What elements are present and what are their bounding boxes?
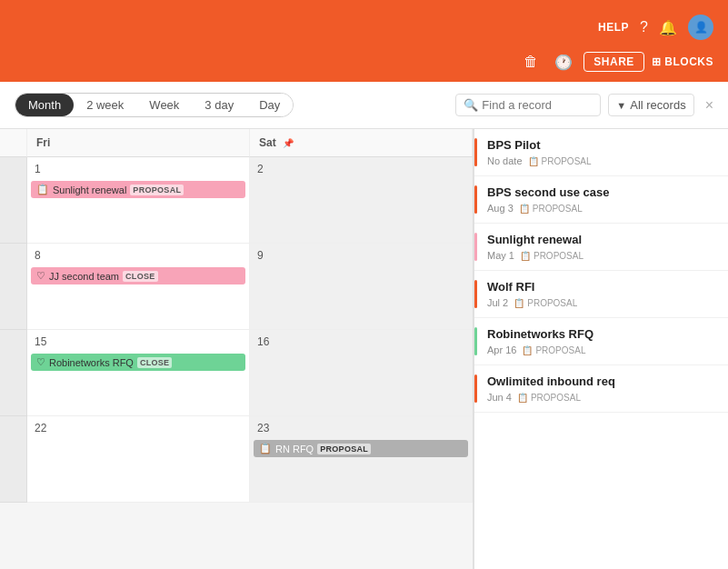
record-type-4: 📋 PROPOSAL [514, 298, 577, 308]
cal-cell-fri-1[interactable]: 1 📋 Sunlight renewal PROPOSAL [27, 157, 250, 244]
record-accent-4 [474, 280, 477, 308]
cal-cell-fri-8[interactable]: 8 ♡ JJ second team CLOSE [27, 244, 250, 330]
record-title-3: Sunlight renewal [487, 233, 715, 246]
week-col-header [0, 129, 27, 157]
event-sunlight-renewal[interactable]: 📋 Sunlight renewal PROPOSAL [31, 181, 245, 198]
cal-cell-sat-23[interactable]: 23 📋 RN RFQ PROPOSAL [250, 416, 473, 503]
week-label-1 [0, 157, 27, 244]
blocks-button[interactable]: ⊞ BLOCKS [652, 55, 713, 68]
trash-icon[interactable]: 🗑 [518, 49, 544, 75]
record-type-6: 📋 PROPOSAL [517, 393, 581, 403]
record-wolf-rfi[interactable]: Wolf RFI Jul 2 📋 PROPOSAL [474, 271, 728, 318]
record-title-4: Wolf RFI [487, 280, 715, 294]
calendar-header: Fri Sat 📌 [0, 129, 473, 157]
tab-week[interactable]: Week [136, 94, 192, 116]
record-owlimited[interactable]: Owlimited inbound req Jun 4 📋 PROPOSAL [474, 365, 728, 413]
record-type-1: 📋 PROPOSAL [528, 156, 592, 166]
week-label-4 [0, 416, 27, 503]
record-date-2: Aug 3 [487, 203, 514, 214]
history-icon[interactable]: 🕐 [551, 49, 576, 75]
help-icon[interactable]: ? [640, 19, 648, 35]
filter-label: All records [630, 98, 685, 112]
header: HELP ? 🔔 👤 🗑 🕐 SHARE ⊞ BLOCKS [0, 0, 728, 82]
avatar[interactable]: 👤 [688, 15, 713, 40]
help-label[interactable]: HELP [598, 21, 629, 34]
record-date-1: No date [487, 155, 523, 166]
date-1: 1 [31, 161, 245, 177]
cal-cell-fri-15[interactable]: 15 ♡ Robinetworks RFQ CLOSE [27, 330, 250, 416]
cal-cell-fri-22[interactable]: 22 [27, 416, 250, 503]
event-rn-rfq[interactable]: 📋 RN RFQ PROPOSAL [254, 440, 468, 457]
record-type-icon-3: 📋 [520, 251, 531, 261]
event-icon-4: 📋 [259, 443, 272, 454]
record-date-4: Jul 2 [487, 297, 508, 308]
calendar: Fri Sat 📌 1 📋 Sunlight renewal PROPOSAL … [0, 129, 474, 569]
sat-header: Sat 📌 [250, 129, 473, 157]
record-type-5: 📋 PROPOSAL [522, 345, 585, 355]
search-input[interactable] [482, 98, 591, 112]
cal-week-2: 8 ♡ JJ second team CLOSE 9 [0, 244, 473, 330]
cal-week-4: 22 23 📋 RN RFQ PROPOSAL [0, 416, 473, 503]
fri-header: Fri [27, 129, 250, 157]
cal-cell-sat-9[interactable]: 9 [250, 244, 473, 330]
records-sidebar: BPS Pilot No date 📋 PROPOSAL BPS second … [474, 129, 728, 569]
record-meta-1: No date 📋 PROPOSAL [487, 155, 715, 166]
close-button[interactable]: × [705, 97, 713, 114]
event-icon: 📋 [36, 184, 49, 195]
tab-day[interactable]: Day [246, 94, 293, 116]
search-icon: 🔍 [464, 98, 478, 112]
date-15: 15 [31, 334, 245, 350]
cal-cell-sat-2[interactable]: 2 [250, 157, 473, 244]
share-button[interactable]: SHARE [583, 52, 644, 72]
date-23: 23 [254, 420, 468, 436]
toolbar: Month 2 week Week 3 day Day 🔍 ▼ All reco… [0, 82, 728, 129]
sat-pin-icon: 📌 [283, 138, 294, 148]
record-robinetworks[interactable]: Robinetworks RFQ Apr 16 📋 PROPOSAL [474, 318, 728, 365]
record-accent-3 [474, 233, 477, 261]
cal-week-3: 15 ♡ Robinetworks RFQ CLOSE 16 [0, 330, 473, 416]
record-accent-6 [474, 374, 477, 403]
main: Fri Sat 📌 1 📋 Sunlight renewal PROPOSAL … [0, 129, 728, 569]
record-type-3: 📋 PROPOSAL [520, 251, 583, 261]
date-16: 16 [254, 334, 468, 350]
record-type-icon-2: 📋 [519, 204, 530, 214]
event-title-2: JJ second team [49, 271, 119, 282]
date-2: 2 [254, 161, 468, 177]
record-date-6: Jun 4 [487, 392, 512, 403]
event-icon-3: ♡ [36, 356, 45, 368]
tab-2week[interactable]: 2 week [74, 94, 136, 116]
event-badge-4: PROPOSAL [317, 444, 371, 454]
cal-week-1: 1 📋 Sunlight renewal PROPOSAL 2 [0, 157, 473, 244]
record-title-5: Robinetworks RFQ [487, 327, 715, 341]
event-jj-second-team[interactable]: ♡ JJ second team CLOSE [31, 267, 245, 284]
record-type-icon-1: 📋 [528, 156, 539, 166]
week-label-2 [0, 244, 27, 330]
record-title-2: BPS second use case [487, 185, 715, 199]
record-type-icon-6: 📋 [517, 393, 528, 403]
search-box: 🔍 [455, 94, 601, 116]
record-meta-2: Aug 3 📋 PROPOSAL [487, 203, 715, 214]
event-icon-2: ♡ [36, 270, 45, 282]
event-title: Sunlight renewal [53, 185, 126, 195]
date-8: 8 [31, 247, 245, 264]
record-accent-1 [474, 138, 477, 166]
tab-month[interactable]: Month [15, 94, 74, 116]
blocks-icon: ⊞ [652, 55, 662, 68]
record-accent-2 [474, 185, 477, 214]
cal-cell-sat-16[interactable]: 16 [250, 330, 473, 416]
record-meta-6: Jun 4 📋 PROPOSAL [487, 392, 715, 403]
event-robinetworks-rfq[interactable]: ♡ Robinetworks RFQ CLOSE [31, 354, 245, 371]
record-type-icon-5: 📋 [522, 345, 533, 355]
tab-3day[interactable]: 3 day [192, 94, 246, 116]
date-22: 22 [31, 420, 245, 436]
bell-icon[interactable]: 🔔 [659, 19, 677, 36]
record-bps-pilot[interactable]: BPS Pilot No date 📋 PROPOSAL [474, 129, 728, 176]
record-title-6: Owlimited inbound req [487, 374, 715, 388]
week-label-3 [0, 330, 27, 416]
filter-button[interactable]: ▼ All records [608, 94, 693, 116]
event-badge: PROPOSAL [130, 185, 184, 195]
record-sunlight-renewal[interactable]: Sunlight renewal May 1 📋 PROPOSAL [474, 224, 728, 271]
event-title-4: RN RFQ [275, 444, 314, 454]
record-bps-second[interactable]: BPS second use case Aug 3 📋 PROPOSAL [474, 176, 728, 224]
view-tabs: Month 2 week Week 3 day Day [15, 93, 294, 117]
